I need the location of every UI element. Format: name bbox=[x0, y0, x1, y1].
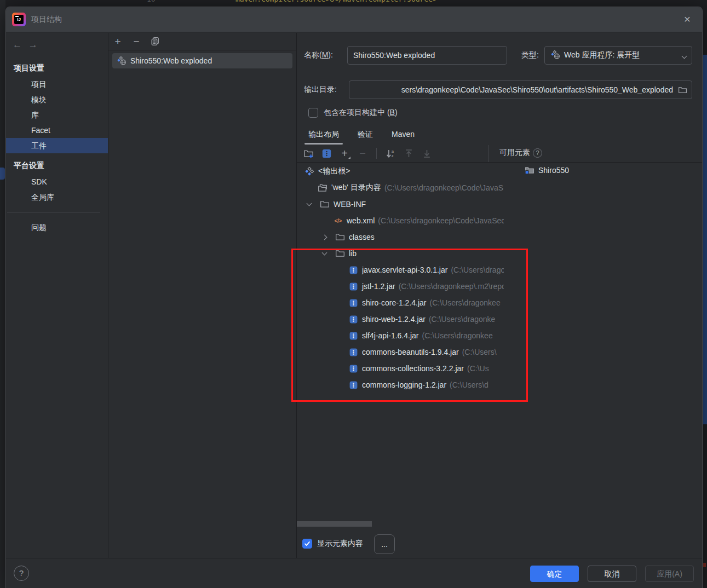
tab-验证[interactable]: 验证 bbox=[350, 127, 380, 145]
jar-icon bbox=[348, 347, 358, 357]
tree-node-[interactable]: <输出根> bbox=[297, 163, 504, 180]
output-dir-label: 输出目录: bbox=[304, 85, 337, 95]
dialog-footer: ? 确定 取消 应用(A) bbox=[6, 558, 702, 588]
background-left-stripe bbox=[0, 0, 5, 588]
create-archive-icon[interactable] bbox=[321, 148, 332, 159]
close-icon[interactable]: × bbox=[679, 11, 695, 28]
panel-divider bbox=[488, 145, 488, 162]
chevron-down-icon[interactable] bbox=[306, 203, 320, 205]
artifact-list-item[interactable]: Shiro550:Web exploded bbox=[112, 53, 292, 68]
horizontal-scrollbar[interactable] bbox=[297, 521, 372, 527]
web-artifact-icon bbox=[550, 50, 560, 61]
folders-icon bbox=[318, 183, 327, 193]
jar-icon bbox=[348, 281, 358, 291]
tree-node-label: shiro-web-1.2.4.jar bbox=[362, 315, 426, 324]
cancel-button[interactable]: 取消 bbox=[588, 566, 636, 582]
tree-node-label: WEB-INF bbox=[334, 200, 366, 209]
chevron-down-icon[interactable] bbox=[321, 252, 335, 255]
copy-artifact-icon[interactable] bbox=[150, 37, 160, 47]
screen: 10 maven.compiler.source>8</maven.compil… bbox=[0, 0, 707, 588]
toolwindow-stripe-icon bbox=[0, 168, 5, 180]
include-in-build-row: 包含在项目构建中 (B) bbox=[308, 108, 398, 118]
sidebar-item-问题[interactable]: 问题 bbox=[6, 220, 108, 235]
background-editor-strip: 10 maven.compiler.source>8</maven.compil… bbox=[0, 0, 707, 7]
tree-node-WEB-INF[interactable]: WEB-INF bbox=[297, 196, 504, 212]
add-element-button[interactable]: + bbox=[339, 148, 350, 159]
tree-node-path: (C:\Users\dragonkeep bbox=[451, 266, 504, 274]
move-down-icon[interactable] bbox=[421, 148, 432, 159]
tree-node-commons-beanutils-1.9.4.jar[interactable]: commons-beanutils-1.9.4.jar(C:\Users\ bbox=[297, 344, 504, 360]
sidebar-item-Facet[interactable]: Facet bbox=[6, 123, 108, 138]
sidebar-group-heading: 平台设置 bbox=[6, 153, 108, 174]
chevron-down-icon bbox=[682, 51, 686, 60]
sort-alphabetically-icon[interactable]: az bbox=[385, 148, 396, 159]
browse-folder-icon[interactable] bbox=[678, 85, 687, 95]
sidebar-item-库[interactable]: 库 bbox=[6, 107, 108, 123]
tree-node-label: slf4j-api-1.6.4.jar bbox=[362, 331, 419, 340]
back-arrow-icon[interactable]: ← bbox=[13, 39, 26, 50]
show-element-content-checkbox[interactable] bbox=[302, 539, 312, 549]
chevron-right-icon[interactable] bbox=[321, 235, 335, 239]
tab-输出布局[interactable]: 输出布局 bbox=[301, 127, 346, 145]
help-icon[interactable]: ? bbox=[533, 148, 542, 158]
tree-node-label: <输出根> bbox=[318, 166, 350, 176]
show-content-row: 显示元素内容 bbox=[302, 539, 363, 549]
name-input[interactable]: Shiro550:Web exploded bbox=[347, 46, 507, 65]
tree-node-lib[interactable]: lib bbox=[297, 245, 504, 262]
tree-node-commons-logging-1.2.jar[interactable]: commons-logging-1.2.jar(C:\Users\d bbox=[297, 377, 504, 393]
apply-button[interactable]: 应用(A) bbox=[645, 566, 694, 582]
tree-node-label: classes bbox=[349, 233, 375, 241]
project-structure-dialog: IJ 项目结构 × ← → 项目设置项目模块库Facet工件平台设置SDK全局库… bbox=[5, 7, 703, 588]
sidebar-item-项目[interactable]: 项目 bbox=[6, 77, 108, 92]
tree-node-commons-collections-3.2.2.jar[interactable]: commons-collections-3.2.2.jar(C:\Us bbox=[297, 360, 504, 377]
available-element-label: Shiro550 bbox=[538, 166, 569, 175]
jar-icon bbox=[348, 364, 358, 373]
editor-tabs: 输出布局验证Maven bbox=[301, 127, 422, 145]
remove-element-button[interactable]: − bbox=[357, 148, 368, 159]
background-right-stripe bbox=[703, 0, 707, 588]
sidebar-item-全局库[interactable]: 全局库 bbox=[6, 189, 108, 205]
move-up-icon[interactable] bbox=[403, 148, 414, 159]
tree-node-shiro-core-1.2.4.jar[interactable]: shiro-core-1.2.4.jar(C:\Users\dragonkee bbox=[297, 295, 504, 311]
more-options-button[interactable]: ... bbox=[374, 534, 395, 554]
tree-node-path: (C:\Users\dragonkeep\Code\JavaS bbox=[384, 183, 503, 192]
history-arrows: ← → bbox=[6, 33, 108, 56]
help-button[interactable]: ? bbox=[14, 566, 29, 581]
svg-text:z: z bbox=[391, 153, 393, 158]
xml-icon: </> bbox=[333, 216, 343, 226]
forward-arrow-icon[interactable]: → bbox=[28, 39, 42, 50]
tree-node-classes[interactable]: classes bbox=[297, 229, 504, 245]
web-artifact-icon bbox=[117, 56, 127, 66]
available-element-Shiro550[interactable]: Shiro550 bbox=[525, 165, 569, 175]
tree-node-label: web.xml bbox=[347, 216, 375, 225]
folder-icon bbox=[335, 249, 345, 258]
ok-button[interactable]: 确定 bbox=[530, 566, 579, 582]
sidebar-item-SDK[interactable]: SDK bbox=[6, 174, 108, 189]
jar-icon bbox=[348, 314, 358, 324]
tree-node-javax.servlet-api-3.0.1.jar[interactable]: javax.servlet-api-3.0.1.jar(C:\Users\dra… bbox=[297, 262, 504, 278]
tree-node-slf4j-api-1.6.4.jar[interactable]: slf4j-api-1.6.4.jar(C:\Users\dragonkee bbox=[297, 327, 504, 344]
tree-node-path: (C:\Users\d bbox=[450, 381, 488, 389]
sidebar-item-工件[interactable]: 工件 bbox=[6, 138, 108, 153]
output-dir-input[interactable]: sers\dragonkeep\Code\JavaSec\Shiro550\ou… bbox=[349, 80, 692, 99]
tree-node-jstl-1.2.jar[interactable]: jstl-1.2.jar(C:\Users\dragonkeep\.m2\rep… bbox=[297, 278, 504, 295]
folder-icon bbox=[335, 232, 345, 242]
tree-node-path: (C:\Us bbox=[467, 364, 489, 373]
background-scrollbar bbox=[703, 55, 707, 424]
add-artifact-button[interactable]: + bbox=[113, 37, 123, 47]
tree-node-web[interactable]: 'web' 目录内容(C:\Users\dragonkeep\Code\Java… bbox=[297, 180, 504, 196]
dialog-titlebar[interactable]: IJ 项目结构 × bbox=[6, 7, 702, 32]
tree-node-web.xml[interactable]: </>web.xml(C:\Users\dragonkeep\Code\Java… bbox=[297, 212, 504, 229]
background-error-stripe-mark bbox=[703, 563, 706, 567]
available-elements-header: 可用元素 ? bbox=[499, 148, 542, 158]
create-directory-icon[interactable] bbox=[303, 148, 314, 159]
tree-node-path: (C:\Users\dragonkeep\.m2\repos bbox=[399, 282, 504, 291]
sidebar-item-模块[interactable]: 模块 bbox=[6, 92, 108, 107]
tree-node-shiro-web-1.2.4.jar[interactable]: shiro-web-1.2.4.jar(C:\Users\dragonke bbox=[297, 311, 504, 327]
artifact-list-toolbar: + − bbox=[108, 33, 296, 50]
tree-node-label: jstl-1.2.jar bbox=[362, 282, 395, 291]
include-in-build-checkbox[interactable] bbox=[308, 108, 318, 118]
remove-artifact-button[interactable]: − bbox=[131, 37, 141, 47]
tab-Maven[interactable]: Maven bbox=[384, 127, 422, 145]
type-dropdown[interactable]: Web 应用程序: 展开型 bbox=[544, 46, 692, 65]
